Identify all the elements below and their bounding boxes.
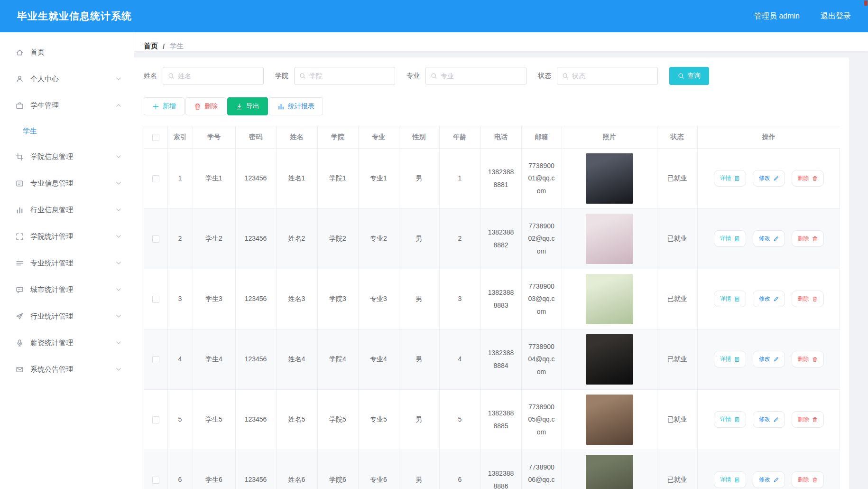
sidebar-item-crop[interactable]: 学院信息管理 [0,143,134,170]
edit-button[interactable]: 修改 [753,291,785,307]
report-button[interactable]: 统计报表 [269,97,323,115]
action-label: 删除 [798,235,809,243]
row-checkbox[interactable] [152,296,159,303]
sidebar-item-briefcase[interactable]: 学生管理 [0,92,134,119]
edit-button[interactable]: 修改 [753,471,785,488]
cell-email: 773890004@qq.com [521,329,562,389]
sidebar-item-label: 学生管理 [30,101,116,110]
pencil-icon [773,417,779,423]
edit-button[interactable]: 修改 [753,170,785,187]
action-label: 修改 [759,295,770,303]
scrollbar-thumb[interactable] [864,0,868,6]
edit-button[interactable]: 修改 [753,351,785,367]
student-photo [586,214,633,264]
chevron-up-icon [116,103,121,108]
search-button[interactable]: 查询 [669,67,709,85]
row-checkbox[interactable] [152,477,159,484]
cell-college: 学院3 [317,269,358,329]
detail-button[interactable]: 详情 [714,411,746,428]
cell-student_id: 学生4 [193,329,235,389]
crop-icon [16,153,24,161]
sidebar-item-list[interactable]: 专业统计管理 [0,250,134,276]
sidebar-item-card[interactable]: 专业信息管理 [0,170,134,197]
logout-button[interactable]: 退出登录 [821,11,851,21]
breadcrumb-home[interactable]: 首页 [144,42,158,51]
detail-button[interactable]: 详情 [714,170,746,187]
cell-password: 123456 [235,148,276,208]
sidebar-item-label: 个人中心 [30,75,116,84]
filter-input[interactable] [441,72,526,80]
cell-student_id: 学生2 [193,208,235,269]
cell-index: 5 [167,389,193,450]
sidebar-item-user[interactable]: 个人中心 [0,66,134,92]
cell-major: 专业4 [358,329,399,389]
table-row: 6学生6123456姓名6学院6专业6男61382388888677389000… [144,450,840,489]
edit-button[interactable]: 修改 [753,411,785,428]
bars-icon [16,206,24,214]
cell-phone: 13823888884 [480,329,521,389]
sidebar-subitem-0[interactable]: 学生 [0,119,134,143]
filter-input-box [425,67,526,85]
detail-button[interactable]: 详情 [714,351,746,367]
filter-input[interactable] [572,72,658,80]
trash2-icon [812,296,818,302]
sidebar-item-bars[interactable]: 行业信息管理 [0,197,134,223]
detail-button[interactable]: 详情 [714,471,746,488]
row-checkbox[interactable] [152,235,159,243]
detail-button[interactable]: 详情 [714,291,746,307]
delete-button[interactable]: 删除 [185,97,226,115]
cell-email: 773890006@qq.com [521,450,562,489]
cell-index: 1 [167,148,193,208]
column-header: 性别 [399,126,439,148]
cell-college: 学院4 [317,329,358,389]
row-delete-button[interactable]: 删除 [792,170,824,187]
pencil-icon [773,296,779,302]
sidebar-item-send[interactable]: 行业统计管理 [0,303,134,329]
home-icon [16,48,24,56]
mic-icon [16,339,24,347]
table-header-row: 索引学号密码姓名学院专业性别年龄电话邮箱照片状态操作 [144,126,840,148]
action-label: 修改 [759,415,770,423]
breadcrumb-current: 学生 [169,42,184,51]
cell-major: 专业1 [358,148,399,208]
select-all-checkbox[interactable] [152,134,159,141]
cell-major: 专业6 [358,450,399,489]
export-button[interactable]: 导出 [227,97,268,115]
row-delete-button[interactable]: 删除 [792,291,824,307]
sidebar-item-home[interactable]: 首页 [0,39,134,66]
row-delete-button[interactable]: 删除 [792,351,824,367]
sidebar-item-label: 行业信息管理 [30,206,116,215]
cell-password: 123456 [235,269,276,329]
student-photo [586,395,633,445]
row-checkbox[interactable] [152,416,159,423]
chart-icon [277,103,285,110]
filter-input[interactable] [309,72,395,80]
cell-name: 姓名1 [276,148,317,208]
row-delete-button[interactable]: 删除 [792,471,824,488]
cell-age: 3 [439,269,480,329]
row-delete-button[interactable]: 删除 [792,411,824,428]
detail-button[interactable]: 详情 [714,230,746,247]
pencil-icon [773,176,779,181]
filter-label: 专业 [406,72,420,80]
cell-phone: 13823888886 [480,450,521,489]
sidebar-item-mic[interactable]: 薪资统计管理 [0,329,134,356]
add-button[interactable]: 新增 [144,97,185,115]
content-card: 姓名学院专业状态查询 新增删除导出统计报表 索引学号密码姓名学院专业性别年龄电话… [134,57,849,489]
cell-college: 学院1 [317,148,358,208]
edit-button[interactable]: 修改 [753,230,785,247]
cell-name: 姓名4 [276,329,317,389]
action-label: 删除 [798,295,809,303]
briefcase-icon [16,102,24,110]
column-header: 专业 [358,126,399,148]
page-scrollbar[interactable] [864,0,868,489]
filter-input[interactable] [178,72,264,80]
row-checkbox[interactable] [152,175,159,182]
sidebar-item-fullscreen[interactable]: 学院统计管理 [0,223,134,250]
row-delete-button[interactable]: 删除 [792,230,824,247]
sidebar-item-chat[interactable]: 城市统计管理 [0,276,134,303]
column-header: 电话 [480,126,521,148]
sidebar-item-mail[interactable]: 系统公告管理 [0,356,134,383]
action-label: 修改 [759,235,770,243]
row-checkbox[interactable] [152,356,159,363]
